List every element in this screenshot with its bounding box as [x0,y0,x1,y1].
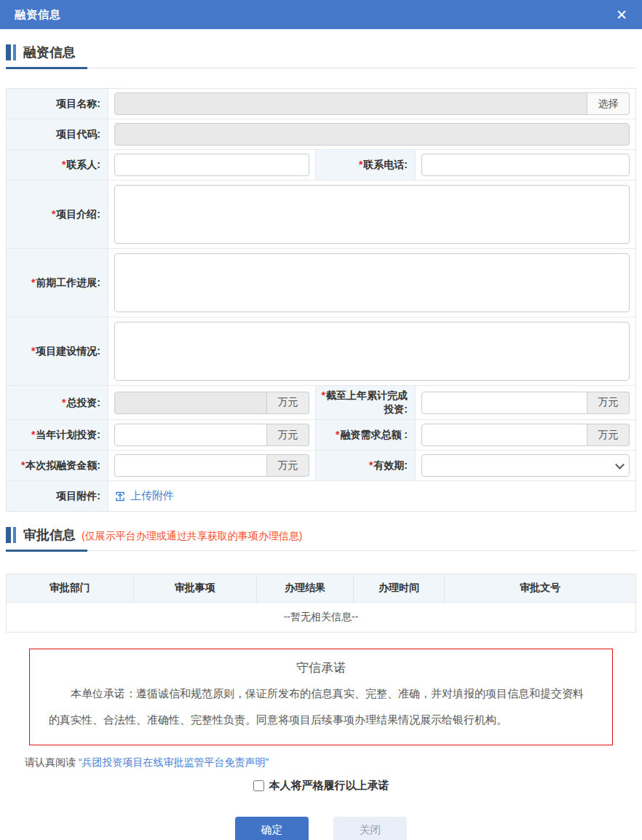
col-time: 办理时间 [354,574,445,602]
total-investment-input[interactable] [114,392,267,414]
dialog-titlebar: 融资信息 ✕ [0,0,642,29]
unit-label: 万元 [267,454,309,477]
required-mark: * [31,345,35,357]
unit-label: 万元 [587,392,630,414]
financing-total-label: *融资需求总额 : [315,420,416,450]
promise-body: 本单位承诺：遵循诚信和规范原则，保证所发布的信息真实、完整、准确，并对填报的项目… [49,681,593,733]
disclaimer-link[interactable]: “兵团投资项目在线审批监管平台免责声明” [79,756,269,768]
required-mark: * [336,429,339,440]
progress-label: *前期工作进展: [7,249,108,317]
attachment-label: 项目附件: [7,481,108,511]
row-financing-amount: *本次拟融资金额: 万元 *有效期: [7,451,635,481]
section-bars-icon [6,527,16,543]
project-name-input[interactable] [114,92,587,115]
confirm-button[interactable]: 确定 [235,817,309,840]
agree-line: 本人将严格履行以上承诺 [6,779,636,793]
approval-section-header: 审批信息 (仅展示平台办理或通过共享获取的事项办理信息) [6,527,636,551]
required-mark: * [359,159,362,170]
col-doc-number: 审批文号 [445,574,635,602]
phone-input[interactable] [421,154,630,176]
button-row: 确定 关闭 [6,817,636,840]
phone-label: *联系电话: [315,150,416,180]
approval-section-note: (仅展示平台办理或通过共享获取的事项办理信息) [82,528,302,543]
approval-empty-row: --暂无相关信息-- [7,603,635,632]
construction-label: *项目建设情况: [7,317,108,385]
read-prefix: 请认真阅读 [25,756,76,768]
choose-project-button[interactable]: 选择 [587,92,630,115]
annual-investment-label: *当年计划投资: [7,420,108,450]
project-name-label: 项目名称: [7,89,108,119]
row-contact: *联系人: *联系电话: [7,150,635,181]
unit-label: 万元 [267,424,309,446]
row-project-code: 项目代码: [7,119,635,150]
validity-label: *有效期: [315,451,416,480]
completed-investment-label: *截至上年累计完成投资: [315,386,416,419]
required-mark: * [322,389,325,401]
project-code-input[interactable] [114,123,630,146]
upload-attachment-link[interactable]: 上传附件 [114,489,174,503]
validity-select[interactable] [421,454,630,477]
upload-icon [114,491,126,502]
contact-input[interactable] [114,154,309,176]
row-progress: *前期工作进展: [7,249,635,317]
agree-checkbox[interactable] [253,780,264,791]
financing-section-header: 融资信息 [6,44,636,68]
promise-box: 守信承诺 本单位承诺：遵循诚信和规范原则，保证所发布的信息真实、完整、准确，并对… [29,649,613,745]
promise-title: 守信承诺 [49,659,593,676]
project-code-label: 项目代码: [7,119,108,149]
intro-textarea[interactable] [114,185,630,244]
required-mark: * [62,397,66,408]
approval-table-header: 审批部门 审批事项 办理结果 办理时间 审批文号 [7,574,635,603]
row-attachment: 项目附件: 上传附件 [7,481,635,511]
row-annual-investment: *当年计划投资: 万元 *融资需求总额 : 万元 [7,420,635,451]
disclaimer-line: 请认真阅读 “兵团投资项目在线审批监管平台免责声明” [25,756,636,769]
close-icon[interactable]: ✕ [616,8,627,22]
required-mark: * [52,208,55,220]
row-construction: *项目建设情况: [7,317,635,386]
intro-label: *项目介绍: [7,181,108,248]
financing-section-title: 融资信息 [23,44,76,60]
dialog-content: 融资信息 项目名称: 选择 项目代码: [0,44,642,840]
financing-amount-label: *本次拟融资金额: [7,451,108,480]
financing-total-input[interactable] [421,424,587,446]
unit-label: 万元 [267,392,309,414]
annual-investment-input[interactable] [114,424,267,446]
required-mark: * [31,277,35,288]
col-result: 办理结果 [257,574,354,602]
row-total-investment: *总投资: 万元 *截至上年累计完成投资: 万元 [7,386,635,420]
approval-section-title: 审批信息 [23,527,76,543]
unit-label: 万元 [587,424,630,446]
agree-label: 本人将严格履行以上承诺 [269,779,389,793]
construction-textarea[interactable] [114,322,630,381]
col-approval-item: 审批事项 [134,574,257,602]
required-mark: * [31,429,35,440]
total-investment-label: *总投资: [7,386,108,419]
required-mark: * [21,459,25,471]
progress-textarea[interactable] [114,253,630,312]
row-project-name: 项目名称: 选择 [7,89,635,119]
required-mark: * [369,459,373,471]
completed-investment-input[interactable] [421,392,587,414]
required-mark: * [62,159,66,170]
financing-amount-input[interactable] [114,454,267,477]
row-intro: *项目介绍: [7,181,635,249]
close-button[interactable]: 关闭 [333,817,407,840]
approval-table: 审批部门 审批事项 办理结果 办理时间 审批文号 --暂无相关信息-- [6,574,636,633]
dialog-title: 融资信息 [15,8,61,22]
section-bars-icon [6,44,16,60]
col-approval-dept: 审批部门 [7,574,134,602]
financing-form: 项目名称: 选择 项目代码: *联系人: [6,88,636,512]
contact-label: *联系人: [7,150,108,180]
